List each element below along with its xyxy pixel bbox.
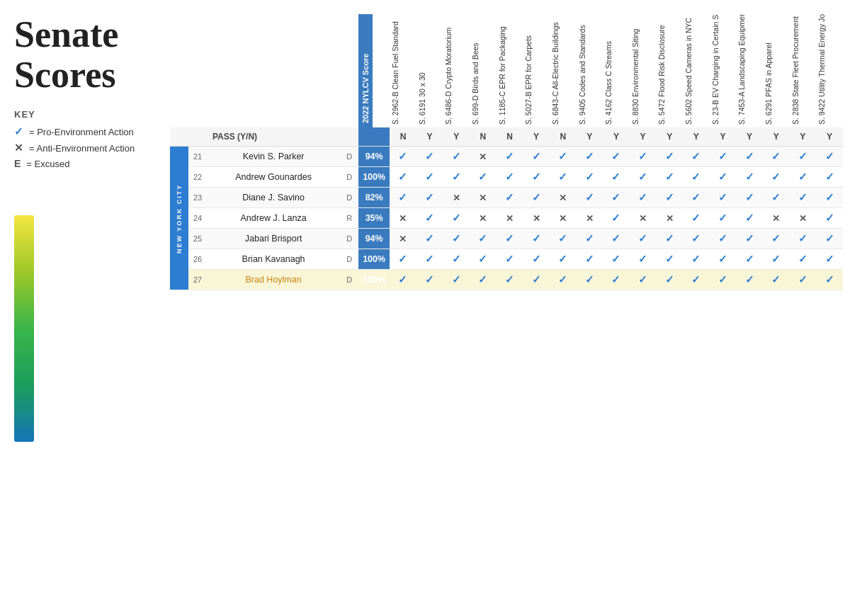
- vote-cell-15: ✓: [790, 270, 817, 290]
- pass-val-2: Y: [443, 127, 470, 147]
- score-col-header: 2022 NYLCV Score: [358, 14, 390, 127]
- cell-district: 27: [188, 270, 207, 290]
- page: Senate Scores KEY ✓ = Pro-Environment Ac…: [0, 0, 850, 616]
- bill-header-2: S. 6486-D Crypto Moratorium: [443, 14, 470, 127]
- vote-cell-1: ✓: [416, 188, 443, 208]
- vote-cell-0: ✓: [390, 270, 416, 290]
- bill-header-12: S. 23-B EV Charging in Certain Structure…: [710, 14, 737, 127]
- vote-cell-4: ✓: [497, 270, 523, 290]
- bill-header-5: S. 5027-B EPR for Carpets: [523, 14, 550, 127]
- cell-name: Brad Hoylman: [207, 270, 340, 290]
- key-x-label: = Anti-Environment Action: [29, 143, 135, 154]
- vote-cell-14: ✓: [763, 229, 790, 249]
- cell-district: 22: [188, 167, 207, 188]
- pass-region-cell: [170, 127, 188, 147]
- vote-cell-9: ✕: [630, 208, 657, 229]
- bill-header-16: S. 9422 Utility Thermal Energy Jobs Act: [816, 14, 843, 127]
- bill-header-3: S. 699-D Birds and Bees: [470, 14, 497, 127]
- vote-cell-16: ✓: [816, 249, 843, 270]
- vote-cell-10: ✓: [656, 249, 683, 270]
- vote-cell-6: ✕: [550, 188, 577, 208]
- vote-cell-0: ✕: [390, 208, 416, 229]
- table-row: 27Brad HoylmanD100%✓✓✓✓✓✓✓✓✓✓✓✓✓✓✓✓✓: [170, 270, 843, 290]
- bill-header-10: S. 5472 Flood Risk Disclosure: [656, 14, 683, 127]
- vote-cell-8: ✓: [603, 229, 630, 249]
- vote-cell-1: ✓: [416, 249, 443, 270]
- bill-header-11: S. 5602 Speed Cameras in NYC: [683, 14, 710, 127]
- pass-district-cell: [188, 127, 207, 147]
- table-body: PASS (Y/N) N Y Y N N Y N Y Y Y Y: [170, 127, 843, 290]
- vote-cell-0: ✓: [390, 167, 416, 188]
- vote-cell-11: ✓: [683, 188, 710, 208]
- pass-val-8: Y: [603, 127, 630, 147]
- pass-val-14: Y: [763, 127, 790, 147]
- key-check-label: = Pro-Environment Action: [29, 127, 134, 137]
- vote-cell-3: ✕: [470, 188, 497, 208]
- cell-name: Andrew Gounardes: [207, 167, 340, 188]
- table-wrapper[interactable]: 2022 NYLCV Score S. 2962-B Clean Fuel St…: [170, 14, 843, 609]
- vote-cell-8: ✓: [603, 249, 630, 270]
- cell-party: D: [340, 188, 358, 208]
- cell-party: D: [340, 167, 358, 188]
- vote-cell-13: ✓: [736, 270, 763, 290]
- vote-cell-8: ✓: [603, 208, 630, 229]
- vote-cell-14: ✓: [763, 167, 790, 188]
- vote-cell-6: ✓: [550, 249, 577, 270]
- cell-name: Jabari Brisport: [207, 229, 340, 249]
- vote-cell-5: ✓: [523, 270, 550, 290]
- bill-header-4: S. 1185-C EPR for Packaging: [497, 14, 523, 127]
- score-header-label: 2022 NYLCV Score: [358, 14, 373, 127]
- pass-val-6: N: [550, 127, 577, 147]
- vote-cell-5: ✓: [523, 188, 550, 208]
- vote-cell-9: ✓: [630, 249, 657, 270]
- name-col-blank: [207, 14, 340, 127]
- vote-cell-3: ✕: [470, 147, 497, 167]
- vote-cell-14: ✓: [763, 188, 790, 208]
- pass-val-3: N: [470, 127, 497, 147]
- vote-cell-5: ✓: [523, 167, 550, 188]
- vote-cell-1: ✓: [416, 229, 443, 249]
- vote-cell-16: ✓: [816, 270, 843, 290]
- pass-val-4: N: [497, 127, 523, 147]
- vote-cell-12: ✓: [710, 249, 737, 270]
- pass-val-9: Y: [630, 127, 657, 147]
- pass-val-11: Y: [683, 127, 710, 147]
- cell-score: 100%: [358, 249, 390, 270]
- bill-header-0: S. 2962-B Clean Fuel Standard: [390, 14, 416, 127]
- vote-cell-1: ✓: [416, 167, 443, 188]
- cell-score: 82%: [358, 188, 390, 208]
- bill-header-8: S. 4162 Class C Streams: [603, 14, 630, 127]
- vote-cell-2: ✕: [443, 188, 470, 208]
- vote-cell-10: ✓: [656, 147, 683, 167]
- cell-name: Brian Kavanagh: [207, 249, 340, 270]
- pass-val-1: Y: [416, 127, 443, 147]
- key-item-check: ✓ = Pro-Environment Action: [14, 125, 163, 138]
- pass-val-15: Y: [790, 127, 817, 147]
- header-row: 2022 NYLCV Score S. 2962-B Clean Fuel St…: [170, 14, 843, 127]
- vote-cell-4: ✓: [497, 229, 523, 249]
- cell-score: 35%: [358, 208, 390, 229]
- vote-cell-13: ✓: [736, 249, 763, 270]
- vote-cell-1: ✓: [416, 208, 443, 229]
- cell-district: 25: [188, 229, 207, 249]
- vote-cell-5: ✓: [523, 147, 550, 167]
- vote-cell-3: ✕: [470, 208, 497, 229]
- vote-cell-13: ✓: [736, 208, 763, 229]
- district-col-blank: [188, 14, 207, 127]
- vote-cell-14: ✓: [763, 147, 790, 167]
- vote-cell-10: ✓: [656, 270, 683, 290]
- vote-cell-15: ✓: [790, 147, 817, 167]
- cell-district: 26: [188, 249, 207, 270]
- right-panel: 2022 NYLCV Score S. 2962-B Clean Fuel St…: [170, 14, 843, 609]
- vote-cell-6: ✓: [550, 167, 577, 188]
- page-title: Senate Scores: [14, 14, 163, 95]
- vote-cell-10: ✓: [656, 188, 683, 208]
- cell-score: 94%: [358, 147, 390, 167]
- vote-cell-7: ✓: [577, 249, 604, 270]
- vote-cell-15: ✕: [790, 208, 817, 229]
- vote-cell-7: ✓: [577, 229, 604, 249]
- vote-cell-14: ✓: [763, 270, 790, 290]
- cell-party: D: [340, 249, 358, 270]
- cell-district: 21: [188, 147, 207, 167]
- vote-cell-4: ✓: [497, 147, 523, 167]
